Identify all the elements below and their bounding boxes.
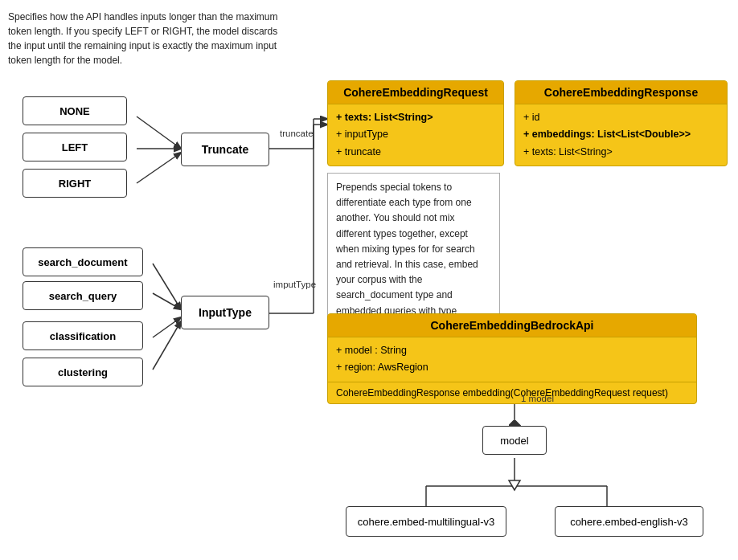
cohere-embedding-bedrock-api-method: CohereEmbeddingResponse embedding(Cohere… <box>328 382 696 403</box>
cohere-embedding-request-box: CohereEmbeddingRequest + texts: List<Str… <box>327 80 504 166</box>
svg-line-0 <box>137 116 181 149</box>
svg-marker-19 <box>509 480 520 490</box>
cohere-embedding-request-title: CohereEmbeddingRequest <box>328 81 503 104</box>
model-box: model <box>482 426 547 455</box>
inputtype-label: imputType <box>273 280 316 289</box>
diagram-container: Specifies how the API handles inputs lon… <box>0 0 738 560</box>
truncate-box: Truncate <box>181 133 269 166</box>
clustering-box: clustering <box>23 358 143 386</box>
embed-english-box: cohere.embed-english-v3 <box>555 506 703 537</box>
none-box: NONE <box>23 96 127 125</box>
svg-line-8 <box>153 317 181 337</box>
cohere-embedding-response-body: + id + embeddings: List<List<Double>> + … <box>515 104 727 166</box>
left-box: LEFT <box>23 133 127 161</box>
svg-line-7 <box>153 293 181 309</box>
svg-line-9 <box>153 321 181 370</box>
cohere-embedding-response-box: CohereEmbeddingResponse + id + embedding… <box>515 80 728 166</box>
cohere-embedding-request-body: + texts: List<String> + inputType + trun… <box>328 104 503 166</box>
classification-box: classification <box>23 321 143 350</box>
cohere-embedding-bedrock-api-box: CohereEmbeddingBedrockApi + model : Stri… <box>327 313 697 404</box>
search-document-box: search_document <box>23 247 143 276</box>
truncate-label: truncate <box>280 129 314 138</box>
cohere-embedding-bedrock-api-fields: + model : String + region: AwsRegion <box>328 337 696 382</box>
multiplicity-label: 1 model <box>521 394 554 403</box>
svg-line-2 <box>137 153 181 183</box>
cohere-embedding-bedrock-api-title: CohereEmbeddingBedrockApi <box>328 314 696 337</box>
search-query-box: search_query <box>23 281 143 310</box>
description-text: Specifies how the API handles inputs lon… <box>8 10 281 67</box>
right-box: RIGHT <box>23 169 127 198</box>
inputtype-box: InputType <box>181 296 269 329</box>
cohere-embedding-response-title: CohereEmbeddingResponse <box>515 81 727 104</box>
svg-line-6 <box>153 264 181 309</box>
embed-multilingual-box: cohere.embed-multilingual-v3 <box>346 506 506 537</box>
